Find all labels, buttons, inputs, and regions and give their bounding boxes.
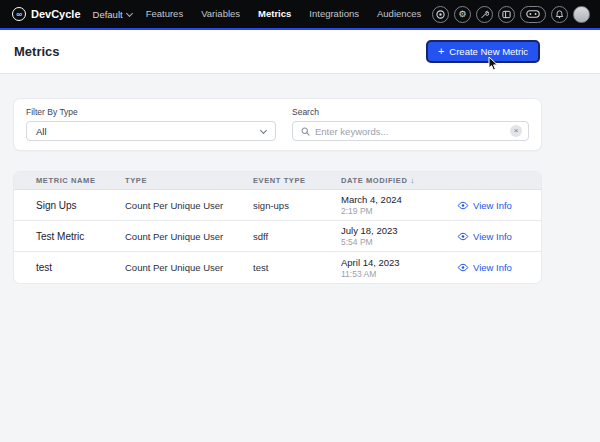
nav-item-metrics[interactable]: Metrics xyxy=(258,0,291,28)
table-row[interactable]: Sign Ups Count Per Unique User sign-ups … xyxy=(14,190,541,221)
search-group: Search × xyxy=(292,107,529,141)
clear-search-icon[interactable]: × xyxy=(510,125,522,137)
devcycle-logo-icon: ∞ xyxy=(12,7,26,21)
type-filter-select[interactable]: All xyxy=(26,121,276,141)
metric-type: Count Per Unique User xyxy=(125,262,253,273)
main-nav: Features Variables Metrics Integrations … xyxy=(146,0,422,28)
eye-icon xyxy=(457,232,469,241)
event-type: sdff xyxy=(253,231,341,242)
column-header-event-type[interactable]: EVENT TYPE xyxy=(253,176,341,185)
wrench-icon[interactable] xyxy=(476,6,493,23)
event-type: sign-ups xyxy=(253,200,341,211)
gamepad-icon[interactable] xyxy=(520,6,546,23)
metrics-page-content: Filter By Type All Search × METRIC NAME … xyxy=(0,74,600,283)
event-type: test xyxy=(253,262,341,273)
nav-item-features[interactable]: Features xyxy=(146,0,184,28)
column-header-date-modified[interactable]: DATE MODIFIED ↓ xyxy=(341,176,457,185)
project-selector[interactable]: Default xyxy=(93,9,132,20)
nav-item-variables[interactable]: Variables xyxy=(201,0,240,28)
type-filter-value: All xyxy=(36,126,47,137)
sort-descending-icon[interactable]: ↓ xyxy=(410,176,414,185)
page-header: Metrics + Create New Metric xyxy=(0,30,600,74)
search-icon xyxy=(301,127,310,136)
page-title: Metrics xyxy=(14,44,60,59)
search-label: Search xyxy=(292,107,529,117)
table-row[interactable]: Test Metric Count Per Unique User sdff J… xyxy=(14,221,541,252)
metric-type: Count Per Unique User xyxy=(125,231,253,242)
target-icon[interactable] xyxy=(432,6,449,23)
create-button-label: Create New Metric xyxy=(449,46,528,57)
layout-icon[interactable] xyxy=(498,6,515,23)
metric-type: Count Per Unique User xyxy=(125,200,253,211)
view-info-link[interactable]: View Info xyxy=(457,262,541,273)
user-avatar[interactable] xyxy=(573,6,590,23)
date-modified: March 4, 2024 2:19 PM xyxy=(341,194,457,216)
search-input[interactable] xyxy=(315,126,505,137)
create-new-metric-button[interactable]: + Create New Metric xyxy=(426,40,540,63)
view-info-link[interactable]: View Info xyxy=(457,231,541,242)
brand-name: DevCycle xyxy=(31,8,81,20)
table-header-row: METRIC NAME TYPE EVENT TYPE DATE MODIFIE… xyxy=(14,172,541,190)
metric-name: Sign Ups xyxy=(36,200,125,211)
brand: ∞ DevCycle xyxy=(12,7,81,21)
filter-type-label: Filter By Type xyxy=(26,107,276,117)
gear-icon[interactable]: ⚙ xyxy=(454,6,471,23)
metrics-table: METRIC NAME TYPE EVENT TYPE DATE MODIFIE… xyxy=(14,172,541,283)
nav-item-integrations[interactable]: Integrations xyxy=(309,0,359,28)
search-box: × xyxy=(292,121,529,141)
column-header-type[interactable]: TYPE xyxy=(125,176,253,185)
date-modified: April 14, 2023 11:53 AM xyxy=(341,257,457,279)
bell-icon[interactable] xyxy=(551,6,568,23)
table-row[interactable]: test Count Per Unique User test April 14… xyxy=(14,252,541,283)
date-modified: July 18, 2023 5:54 PM xyxy=(341,225,457,247)
metric-name: Test Metric xyxy=(36,231,125,242)
metric-name: test xyxy=(36,262,125,273)
column-header-metric-name[interactable]: METRIC NAME xyxy=(36,176,125,185)
chevron-down-icon xyxy=(126,9,133,16)
filter-by-type-group: Filter By Type All xyxy=(26,107,276,141)
eye-icon xyxy=(457,201,469,210)
navbar-actions: ⚙ xyxy=(432,6,590,23)
eye-icon xyxy=(457,263,469,272)
project-name: Default xyxy=(93,9,123,20)
chevron-down-icon xyxy=(260,126,267,133)
plus-icon: + xyxy=(438,46,444,57)
view-info-link[interactable]: View Info xyxy=(457,200,541,211)
filter-bar: Filter By Type All Search × xyxy=(14,99,541,150)
nav-item-audiences[interactable]: Audiences xyxy=(377,0,421,28)
top-navbar: ∞ DevCycle Default Features Variables Me… xyxy=(0,0,600,30)
